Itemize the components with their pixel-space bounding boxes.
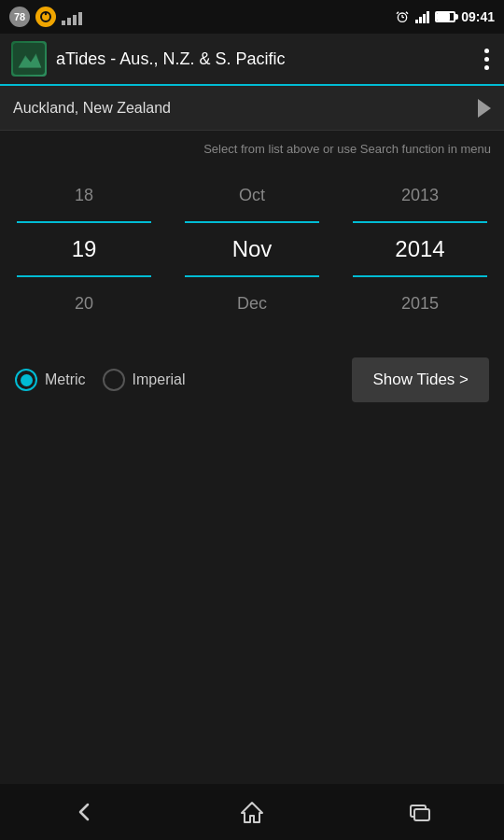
more-options-button[interactable] <box>481 45 493 74</box>
year-item-after: 2015 <box>336 277 504 329</box>
location-text: Auckland, New Zealand <box>13 100 171 117</box>
svg-line-6 <box>406 12 408 14</box>
status-bar: 78 09 <box>0 0 504 34</box>
nav-back-button[interactable] <box>56 784 112 840</box>
year-item-selected[interactable]: 2014 <box>336 223 504 275</box>
metric-radio-option[interactable]: Metric <box>15 369 86 391</box>
imperial-radio-label: Imperial <box>133 371 186 388</box>
svg-line-5 <box>397 12 399 14</box>
app-title: aTides - Aus., N.Z. & S. Pacific <box>56 49 471 69</box>
month-item-before: Oct <box>168 169 336 221</box>
imperial-radio-button[interactable] <box>103 369 125 391</box>
back-icon <box>71 799 97 825</box>
day-picker-column[interactable]: 18 19 20 <box>0 169 168 329</box>
day-item-after: 20 <box>0 277 168 329</box>
svg-marker-10 <box>242 803 262 822</box>
location-bar[interactable]: Auckland, New Zealand <box>0 86 504 131</box>
app-bar: aTides - Aus., N.Z. & S. Pacific <box>0 34 504 86</box>
app-icon <box>11 41 47 77</box>
units-radio-group[interactable]: Metric Imperial <box>15 369 185 391</box>
nav-recents-button[interactable] <box>392 784 448 840</box>
show-tides-button[interactable]: Show Tides > <box>352 357 489 402</box>
status-time: 09:41 <box>461 9 495 24</box>
metric-radio-button[interactable] <box>15 369 37 391</box>
status-bar-right: 09:41 <box>395 9 495 24</box>
instruction-text: Select from list above or use Search fun… <box>0 131 504 160</box>
metric-radio-label: Metric <box>45 371 86 388</box>
home-icon <box>239 799 265 825</box>
nav-home-button[interactable] <box>224 784 280 840</box>
status-bar-left: 78 <box>9 7 82 27</box>
year-picker-column[interactable]: 2013 2014 2015 <box>336 169 504 329</box>
status-circle-icon <box>35 7 56 27</box>
svg-point-1 <box>45 13 47 15</box>
day-item-before: 18 <box>0 169 168 221</box>
imperial-radio-option[interactable]: Imperial <box>103 369 186 391</box>
svg-rect-7 <box>13 43 45 75</box>
nav-bar <box>0 784 504 840</box>
location-dropdown-arrow <box>478 99 491 118</box>
recents-icon <box>407 799 433 825</box>
signal-bars-icon <box>62 8 82 25</box>
svg-rect-12 <box>414 809 429 820</box>
controls-row: Metric Imperial Show Tides > <box>0 339 504 421</box>
month-item-selected[interactable]: Nov <box>168 223 336 275</box>
date-picker[interactable]: 18 19 20 Oct Nov Dec 2013 2014 2015 <box>0 169 504 329</box>
network-signal-icon <box>415 11 429 23</box>
year-item-before: 2013 <box>336 169 504 221</box>
metric-radio-inner <box>21 374 33 386</box>
day-item-selected[interactable]: 19 <box>0 223 168 275</box>
month-item-after: Dec <box>168 277 336 329</box>
battery-fill <box>437 13 450 21</box>
status-badge-78: 78 <box>9 7 30 27</box>
battery-icon <box>435 11 455 22</box>
month-picker-column[interactable]: Oct Nov Dec <box>168 169 336 329</box>
alarm-icon <box>395 9 410 24</box>
